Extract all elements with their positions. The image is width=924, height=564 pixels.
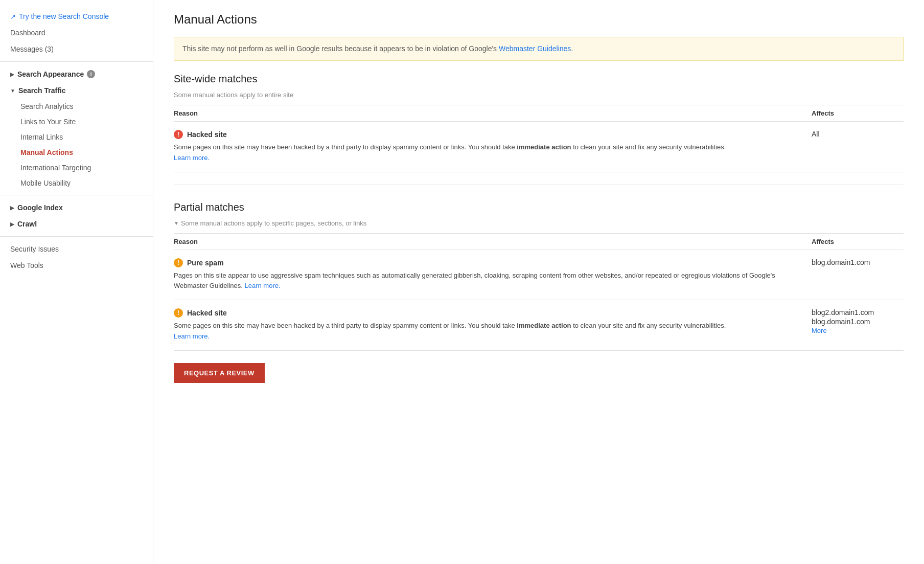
- site-wide-row-1-desc-after: to clean your site and fix any security …: [571, 143, 726, 151]
- request-review-button[interactable]: REQUEST A REVIEW: [174, 363, 265, 383]
- partial-row-2-learn-more[interactable]: Learn more.: [174, 332, 210, 340]
- sidebar-section-crawl[interactable]: ▶ Crawl: [0, 216, 153, 232]
- partial-table-header: Reason Affects: [174, 234, 904, 250]
- partial-row-2-more-link[interactable]: More: [812, 327, 904, 334]
- partial-row-2-desc: Some pages on this site may have been ha…: [174, 321, 801, 342]
- sidebar-section-google-index[interactable]: ▶ Google Index: [0, 199, 153, 216]
- page-title: Manual Actions: [174, 12, 904, 27]
- partial-row-1-title: Pure spam: [187, 259, 224, 267]
- partial-row-2-desc-after: to clean your site and fix any security …: [571, 322, 726, 329]
- sidebar-item-manual-actions[interactable]: Manual Actions: [0, 145, 153, 160]
- partial-row-2-affects-2: blog.domain1.com: [812, 318, 904, 326]
- warning-text-before: This site may not perform as well in Goo…: [182, 44, 499, 53]
- sidebar-item-international-targeting[interactable]: International Targeting: [0, 160, 153, 175]
- sidebar-section-search-traffic[interactable]: ▼ Search Traffic: [0, 82, 153, 99]
- partial-row-2: ! Hacked site Some pages on this site ma…: [174, 300, 904, 351]
- partial-row-1-learn-more[interactable]: Learn more.: [245, 282, 281, 289]
- info-icon: i: [87, 70, 95, 78]
- sidebar-item-web-tools[interactable]: Web Tools: [0, 257, 153, 274]
- site-wide-title: Site-wide matches: [174, 73, 904, 85]
- site-wide-row-1-desc-bold: immediate action: [517, 143, 571, 151]
- arrow-right-crawl-icon: ▶: [10, 221, 14, 227]
- partial-header-reason: Reason: [174, 238, 812, 245]
- arrow-right-icon: ▶: [10, 205, 14, 211]
- sidebar-item-mobile-usability[interactable]: Mobile Usability: [0, 175, 153, 191]
- warning-text-after: .: [571, 44, 573, 53]
- crawl-label: Crawl: [17, 220, 37, 228]
- site-wide-header-reason: Reason: [174, 109, 812, 117]
- sidebar-divider-3: [0, 236, 153, 237]
- main-content: Manual Actions This site may not perform…: [153, 0, 924, 564]
- section-divider: [174, 185, 904, 185]
- partial-row-1: ! Pure spam Pages on this site appear to…: [174, 250, 904, 301]
- sidebar-item-links-to-your-site[interactable]: Links to Your Site: [0, 114, 153, 129]
- warning-banner: This site may not perform as well in Goo…: [174, 37, 904, 61]
- warning-icon-1: !: [174, 258, 183, 267]
- sidebar-item-search-analytics[interactable]: Search Analytics: [0, 99, 153, 114]
- site-wide-row-1-reason: ! Hacked site Some pages on this site ma…: [174, 130, 812, 164]
- sidebar-divider-1: [0, 61, 153, 62]
- site-wide-header-affects: Affects: [812, 109, 904, 117]
- sidebar-section-search-appearance[interactable]: ▶ Search Appearance i: [0, 66, 153, 82]
- site-wide-table-header: Reason Affects: [174, 105, 904, 122]
- partial-row-2-desc-before: Some pages on this site may have been ha…: [174, 322, 517, 329]
- site-wide-table: Reason Affects ! Hacked site Some pages …: [174, 105, 904, 172]
- partial-row-1-desc: Pages on this site appear to use aggress…: [174, 270, 801, 292]
- partial-row-2-affects: blog2.domain1.com blog.domain1.com More: [812, 308, 904, 334]
- sidebar-item-dashboard[interactable]: Dashboard: [0, 25, 153, 41]
- site-wide-row-1-title-container: ! Hacked site: [174, 130, 801, 139]
- arrow-down-icon: ▼: [10, 88, 15, 94]
- partial-header-affects: Affects: [812, 238, 904, 245]
- sidebar-divider-2: [0, 195, 153, 195]
- partial-row-1-reason: ! Pure spam Pages on this site appear to…: [174, 258, 812, 292]
- search-appearance-label: Search Appearance: [17, 70, 84, 78]
- partial-row-2-affects-1: blog2.domain1.com: [812, 308, 904, 317]
- sidebar-item-internal-links[interactable]: Internal Links: [0, 129, 153, 145]
- try-new-console-label: Try the new Search Console: [19, 12, 109, 20]
- partial-subtitle: ▼ Some manual actions apply to specific …: [174, 219, 904, 227]
- site-wide-subtitle: Some manual actions apply to entire site: [174, 91, 904, 99]
- error-icon-1: !: [174, 130, 183, 139]
- partial-table: Reason Affects ! Pure spam Pages on this…: [174, 233, 904, 351]
- search-traffic-label: Search Traffic: [18, 86, 66, 95]
- site-wide-row-1-desc-before: Some pages on this site may have been ha…: [174, 143, 517, 151]
- partial-row-1-affects: blog.domain1.com: [812, 258, 904, 266]
- sidebar-item-security-issues[interactable]: Security Issues: [0, 241, 153, 257]
- site-wide-row-1: ! Hacked site Some pages on this site ma…: [174, 122, 904, 172]
- partial-matches-section: Partial matches ▼ Some manual actions ap…: [174, 201, 904, 383]
- partial-row-2-title: Hacked site: [187, 309, 227, 317]
- external-link-icon: ↗: [10, 13, 16, 20]
- partial-row-2-desc-bold: immediate action: [517, 322, 571, 329]
- site-wide-row-1-learn-more[interactable]: Learn more.: [174, 154, 210, 162]
- google-index-label: Google Index: [17, 204, 63, 212]
- partial-row-2-title-container: ! Hacked site: [174, 308, 801, 318]
- partial-row-1-title-container: ! Pure spam: [174, 258, 801, 267]
- site-wide-row-1-desc: Some pages on this site may have been ha…: [174, 142, 801, 164]
- site-wide-row-1-affects: All: [812, 130, 904, 138]
- toggle-arrow-icon[interactable]: ▼: [174, 220, 179, 226]
- sidebar: ↗ Try the new Search Console Dashboard M…: [0, 0, 153, 564]
- sidebar-item-messages[interactable]: Messages (3): [0, 41, 153, 57]
- arrow-icon: ▶: [10, 72, 14, 77]
- webmaster-guidelines-link[interactable]: Webmaster Guidelines: [499, 44, 571, 53]
- partial-title: Partial matches: [174, 201, 904, 213]
- warning-icon-2: !: [174, 308, 183, 318]
- try-new-console-link[interactable]: ↗ Try the new Search Console: [0, 8, 153, 25]
- site-wide-row-1-title: Hacked site: [187, 130, 227, 139]
- partial-row-2-reason: ! Hacked site Some pages on this site ma…: [174, 308, 812, 342]
